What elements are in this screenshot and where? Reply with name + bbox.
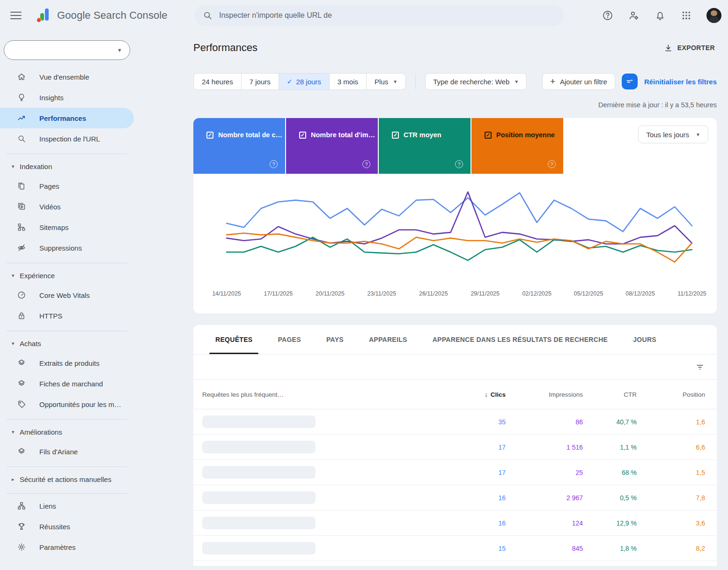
performance-icon <box>17 113 26 123</box>
x-tick-label: 11/12/2025 <box>677 290 706 297</box>
column-header-position[interactable]: Position <box>637 391 705 398</box>
tab-appareils[interactable]: APPAREILS <box>356 325 420 354</box>
tab-pays[interactable]: PAYS <box>314 325 356 354</box>
sidebar-item-liens[interactable]: Liens <box>0 496 134 516</box>
metric-card-position-moyenne[interactable]: ✓Position moyenne? <box>471 118 563 174</box>
divider <box>7 154 127 154</box>
sidebar-item-fiches-de-marchand[interactable]: Fiches de marchand <box>0 373 134 394</box>
chevron-down-icon: ▼ <box>514 79 519 84</box>
x-tick-label: 14/11/2025 <box>212 290 241 297</box>
menu-icon[interactable] <box>10 10 22 21</box>
help-icon[interactable]: ? <box>362 160 370 168</box>
redacted-query-pill <box>202 415 316 428</box>
tab-pages[interactable]: PAGES <box>265 325 313 354</box>
help-icon[interactable] <box>602 9 614 22</box>
url-inspection-searchbar[interactable] <box>194 5 564 26</box>
sidebar-item-sitemaps[interactable]: Sitemaps <box>0 217 134 237</box>
checkbox-checked-icon[interactable]: ✓ <box>299 132 306 139</box>
layers-icon <box>17 447 26 456</box>
date-range-24-heures[interactable]: 24 heures <box>194 74 242 89</box>
help-icon[interactable]: ? <box>270 160 278 168</box>
cell-clics: 17 <box>435 444 506 451</box>
date-range-28-jours[interactable]: ✓28 jours <box>279 74 330 89</box>
table-row[interactable]: 162 9670,5 %7,8 <box>193 485 717 511</box>
x-tick-label: 02/12/2025 <box>522 290 552 297</box>
sidebar-item-vue-d-ensemble[interactable]: Vue d'ensemble <box>0 67 134 87</box>
date-range-more[interactable]: Plus▼ <box>367 74 405 89</box>
chevron-expanded-icon: ▾ <box>12 163 20 170</box>
chevron-expanded-icon: ▾ <box>12 341 20 347</box>
property-selector[interactable]: ▼ <box>4 40 130 60</box>
chevron-down-icon: ▼ <box>393 79 397 84</box>
table-row[interactable]: 172568 %1,5 <box>193 460 717 485</box>
checkbox-checked-icon[interactable]: ✓ <box>206 132 213 139</box>
filter-list-icon[interactable] <box>695 363 705 372</box>
page-title: Performances <box>193 42 257 54</box>
column-header-queries[interactable]: Requêtes les plus fréquent… <box>193 391 435 398</box>
help-icon[interactable]: ? <box>455 160 463 168</box>
table-row[interactable]: 1612412,9 %3,6 <box>193 511 717 536</box>
column-header-ctr[interactable]: CTR <box>583 391 637 398</box>
apps-grid-icon[interactable] <box>680 9 692 22</box>
cell-impressions: 124 <box>506 519 583 527</box>
user-settings-icon[interactable] <box>628 9 640 22</box>
help-icon[interactable]: ? <box>548 160 556 168</box>
export-button[interactable]: EXPORTER <box>664 44 717 52</box>
search-input[interactable] <box>219 11 556 20</box>
sidebar-item-https[interactable]: HTTPS <box>0 305 134 326</box>
filter-bar: 24 heures7 jours✓28 jours3 moisPlus▼ Typ… <box>193 73 717 90</box>
table-row[interactable]: 171 5161,1 %6,6 <box>193 435 717 460</box>
table-row[interactable]: 358640,7 %1,6 <box>193 409 717 435</box>
chevron-expanded-icon: ▾ <box>12 429 20 435</box>
ai-filter-button[interactable] <box>622 74 638 89</box>
trophy-icon <box>17 522 26 531</box>
metric-card-ctr-moyen[interactable]: ✓CTR moyen? <box>379 118 471 174</box>
sidebar-item-r-ussites[interactable]: Réussites <box>0 516 134 537</box>
cell-impressions: 1 516 <box>506 444 583 451</box>
checkbox-checked-icon[interactable]: ✓ <box>392 132 399 139</box>
tab-requ-tes[interactable]: REQUÊTES <box>203 325 265 354</box>
sidebar-item-fils-d-ariane[interactable]: Fils d'Ariane <box>0 441 134 462</box>
tab-jours[interactable]: JOURS <box>620 325 669 354</box>
sidebar-item-opportunit-s-pour-les-m[interactable]: Opportunités pour les m… <box>0 394 134 415</box>
sidebar-group-am-liorations[interactable]: ▾Améliorations <box>0 422 134 441</box>
metric-card-nombre-total-de-c[interactable]: ✓Nombre total de c…? <box>193 118 285 174</box>
sidebar-item-performances[interactable]: Performances <box>0 108 134 128</box>
table-row[interactable]: 158451,8 %8,2 <box>193 536 717 561</box>
sidebar-group-achats[interactable]: ▾Achats <box>0 334 134 353</box>
sidebar-item-vid-os[interactable]: Vidéos <box>0 196 134 217</box>
sidebar-item-insights[interactable]: Insights <box>0 87 134 108</box>
divider <box>7 263 127 263</box>
sidebar-group-exp-rience[interactable]: ▾Expérience <box>0 266 134 285</box>
sidebar-item-pages[interactable]: Pages <box>0 176 134 196</box>
tab-apparence-dans-les-r-sultats-de-recherche[interactable]: APPARENCE DANS LES RÉSULTATS DE RECHERCH… <box>420 325 621 354</box>
cell-impressions: 845 <box>506 545 583 552</box>
sidebar-item-param-tres[interactable]: Paramètres <box>0 537 134 557</box>
add-filter-chip[interactable]: + Ajouter un filtre <box>542 73 615 90</box>
insights-icon <box>17 93 26 102</box>
x-tick-label: 08/12/2025 <box>625 290 655 297</box>
date-range-7-jours[interactable]: 7 jours <box>242 74 279 89</box>
cell-impressions: 86 <box>506 418 583 426</box>
column-header-clics[interactable]: ↓ Clics <box>435 391 506 398</box>
date-range-3-mois[interactable]: 3 mois <box>330 74 367 89</box>
redacted-query-pill <box>202 542 316 555</box>
metric-card-nombre-total-d-im[interactable]: ✓Nombre total d'im…? <box>286 118 378 174</box>
x-tick-label: 20/11/2025 <box>316 290 345 297</box>
sidebar-item-suppressions[interactable]: Suppressions <box>0 237 134 258</box>
granularity-dropdown[interactable]: Tous les jours ▼ <box>638 126 708 143</box>
notifications-bell-icon[interactable] <box>654 9 666 22</box>
sidebar-item-core-web-vitals[interactable]: Core Web Vitals <box>0 285 134 305</box>
download-icon <box>664 44 673 52</box>
account-avatar[interactable] <box>706 8 721 23</box>
checkbox-checked-icon[interactable]: ✓ <box>485 132 492 139</box>
sidebar-item-extraits-de-produits[interactable]: Extraits de produits <box>0 353 134 373</box>
column-header-impressions[interactable]: Impressions <box>506 391 583 398</box>
cell-position: 7,8 <box>637 494 705 502</box>
sidebar-group-indexation[interactable]: ▾Indexation <box>0 157 134 176</box>
search-type-filter-chip[interactable]: Type de recherche: Web ▼ <box>425 73 527 90</box>
reset-filters-link[interactable]: Réinitialiser les filtres <box>644 78 717 86</box>
sidebar-group-s-curit-et-actions-manuelles[interactable]: ▸Sécurité et actions manuelles <box>0 470 134 489</box>
performance-line-chart[interactable]: 14/11/202517/11/202520/11/202523/11/2025… <box>193 174 717 313</box>
sidebar-item-inspection-de-l-url[interactable]: Inspection de l'URL <box>0 128 134 149</box>
